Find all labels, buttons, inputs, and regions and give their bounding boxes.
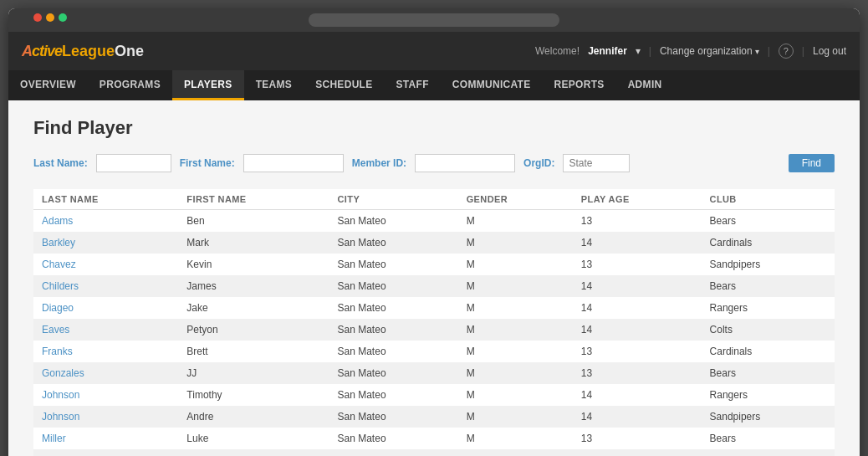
cell-club: Cardinals: [702, 232, 835, 254]
nav-schedule-label: SCHEDULE: [315, 79, 372, 90]
col-play-age: PLAY AGE: [573, 189, 702, 210]
cell-first-name: Luke: [178, 428, 329, 449]
cell-club: Sandpipers: [702, 406, 835, 428]
member-id-label: Member ID:: [352, 157, 406, 169]
cell-first-name: Mark: [178, 232, 329, 254]
last-name-input[interactable]: [96, 154, 171, 172]
table-row: Gonzales JJ San Mateo M 13 Bears: [33, 362, 835, 384]
table-body: Adams Ben San Mateo M 13 Bears Barkley M…: [33, 210, 835, 457]
cell-first-name: Kevin: [178, 254, 329, 275]
cell-last-name[interactable]: Johnson: [33, 384, 178, 406]
cell-play-age: 14: [573, 384, 702, 406]
find-button[interactable]: Find: [789, 154, 835, 172]
cell-last-name[interactable]: Miller: [33, 428, 178, 449]
cell-first-name: Jake: [178, 297, 329, 319]
cell-city: San Mateo: [329, 232, 458, 254]
cell-last-name[interactable]: Childers: [33, 275, 178, 297]
cell-last-name[interactable]: Gonzales: [33, 362, 178, 384]
nav-staff-label: STAFF: [396, 79, 429, 90]
logo-one-text: One: [115, 43, 144, 60]
results-table: LAST NAME FIRST NAME CITY GENDER PLAY AG…: [33, 189, 835, 456]
cell-last-name[interactable]: Adams: [33, 210, 178, 233]
cell-last-name[interactable]: Johnson: [33, 406, 178, 428]
cell-play-age: 13: [573, 210, 702, 233]
nav-overview-label: OVERVIEW: [20, 79, 76, 90]
nav-communicate[interactable]: COMMUNICATE: [441, 70, 543, 100]
cell-play-age: 13: [573, 428, 702, 449]
cell-city: San Mateo: [329, 319, 458, 341]
nav-schedule[interactable]: SCHEDULE: [304, 70, 384, 100]
nav-teams-label: TEAMS: [256, 79, 293, 90]
help-button[interactable]: ?: [779, 44, 794, 59]
col-gender: GENDER: [458, 189, 573, 210]
username-text: Jennifer: [588, 45, 627, 57]
nav-admin[interactable]: ADMIN: [616, 70, 674, 100]
cell-city: San Mateo: [329, 406, 458, 428]
cell-last-name[interactable]: Barkley: [33, 232, 178, 254]
nav-programs[interactable]: PROGRAMS: [88, 70, 172, 100]
nav-teams[interactable]: TEAMS: [244, 70, 304, 100]
cell-last-name[interactable]: Diageo: [33, 297, 178, 319]
table-row: Chavez Kevin San Mateo M 13 Sandpipers: [33, 254, 835, 275]
cell-first-name: Timothy: [178, 384, 329, 406]
col-first-name: FIRST NAME: [178, 189, 329, 210]
org-id-input[interactable]: [563, 154, 630, 172]
table-row: Eaves Petyon San Mateo M 14 Colts: [33, 319, 835, 341]
cell-last-name[interactable]: O'Shea: [33, 449, 178, 456]
minimize-dot[interactable]: [46, 13, 54, 22]
cell-last-name[interactable]: Franks: [33, 341, 178, 362]
table-header: LAST NAME FIRST NAME CITY GENDER PLAY AG…: [33, 189, 835, 210]
member-id-input[interactable]: [415, 154, 515, 172]
logout-link[interactable]: Log out: [813, 45, 846, 57]
cell-first-name: Petyon: [178, 319, 329, 341]
cell-city: San Mateo: [329, 254, 458, 275]
first-name-input[interactable]: [243, 154, 344, 172]
page-title: Find Player: [33, 117, 835, 139]
nav-players[interactable]: PLAYERS: [172, 70, 244, 100]
cell-city: San Mateo: [329, 362, 458, 384]
header-right: Welcome! Jennifer ▾ | Change organizatio…: [535, 44, 846, 59]
cell-play-age: 13: [573, 254, 702, 275]
main-content: Find Player Last Name: First Name: Membe…: [8, 100, 860, 456]
cell-gender: M: [458, 406, 573, 428]
help-label: ?: [784, 46, 789, 56]
change-org-button[interactable]: Change organization ▾: [660, 45, 759, 57]
browser-window: Active League One Welcome! Jennifer ▾ | …: [8, 8, 860, 456]
search-form: Last Name: First Name: Member ID: OrgID:…: [33, 154, 835, 172]
nav-communicate-label: COMMUNICATE: [452, 79, 531, 90]
welcome-text: Welcome!: [535, 45, 580, 57]
cell-city: San Mateo: [329, 297, 458, 319]
nav-players-label: PLAYERS: [184, 79, 232, 90]
cell-play-age: 14: [573, 232, 702, 254]
cell-play-age: 14: [573, 275, 702, 297]
logo-active-text: Active: [22, 43, 62, 60]
maximize-dot[interactable]: [59, 13, 67, 22]
table-row: Johnson Andre San Mateo M 14 Sandpipers: [33, 406, 835, 428]
cell-last-name[interactable]: Chavez: [33, 254, 178, 275]
cell-gender: M: [458, 319, 573, 341]
table-row: Johnson Timothy San Mateo M 14 Rangers: [33, 384, 835, 406]
nav-admin-label: ADMIN: [628, 79, 662, 90]
cell-city: San Mateo: [329, 275, 458, 297]
cell-club: Bears: [702, 275, 835, 297]
table-row: Barkley Mark San Mateo M 14 Cardinals: [33, 232, 835, 254]
cell-club: Bears: [702, 210, 835, 233]
cell-first-name: James: [178, 275, 329, 297]
org-id-label: OrgID:: [523, 157, 554, 169]
address-bar[interactable]: [309, 13, 559, 27]
nav-staff[interactable]: STAFF: [385, 70, 441, 100]
table-row: Diageo Jake San Mateo M 14 Rangers: [33, 297, 835, 319]
cell-play-age: 13: [573, 341, 702, 362]
nav-reports[interactable]: REPORTS: [543, 70, 616, 100]
cell-club: Cardinals: [702, 341, 835, 362]
cell-gender: M: [458, 232, 573, 254]
close-dot[interactable]: [33, 13, 42, 22]
cell-last-name[interactable]: Eaves: [33, 319, 178, 341]
nav-overview[interactable]: OVERVIEW: [8, 70, 88, 100]
cell-gender: M: [458, 384, 573, 406]
cell-first-name: JJ: [178, 362, 329, 384]
cell-club: Rangers: [702, 297, 835, 319]
first-name-label: First Name:: [180, 157, 235, 169]
app-header: Active League One Welcome! Jennifer ▾ | …: [8, 32, 860, 70]
cell-first-name: Andre: [178, 406, 329, 428]
